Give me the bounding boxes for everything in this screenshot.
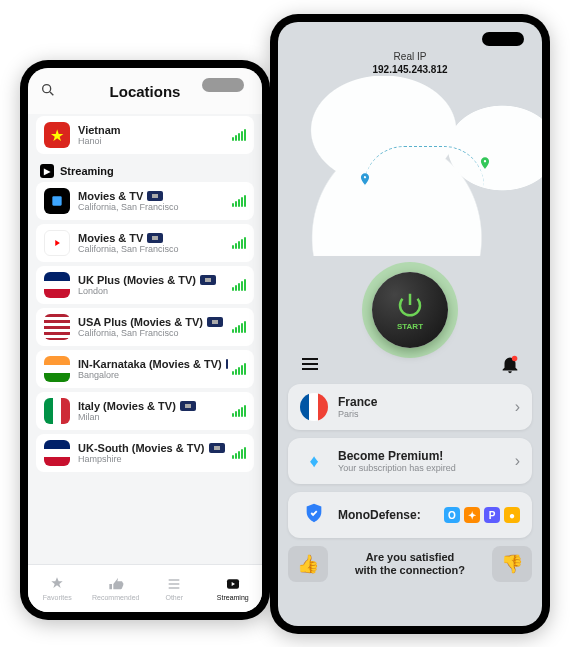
thumbs-up-button[interactable]: 👍 (288, 546, 328, 582)
connection-arc (364, 146, 484, 186)
location-name: UK Plus (Movies & TV) (78, 274, 228, 286)
chevron-right-icon: › (515, 398, 520, 416)
tab-favorites[interactable]: Favorites (28, 565, 87, 612)
connect-button[interactable]: START (372, 272, 448, 348)
search-icon[interactable] (40, 82, 56, 98)
connect-label: START (397, 322, 423, 331)
location-sub: Hampshire (78, 454, 228, 464)
svg-rect-4 (169, 579, 180, 580)
flag-france-icon (300, 393, 328, 421)
notifications-button[interactable] (496, 350, 524, 378)
app-icon (44, 188, 70, 214)
section-streaming: ▶ Streaming (36, 158, 254, 182)
signal-icon (232, 129, 246, 141)
monodefense-card[interactable]: MonoDefense: O ✦ P ● (288, 492, 532, 538)
menu-button[interactable] (296, 350, 324, 378)
defense-app-icon: P (484, 507, 500, 523)
phone-connect: Real IP 192.145.243.812 START (270, 14, 550, 634)
signal-icon (232, 405, 246, 417)
flag-icon: ★ (44, 122, 70, 148)
phone-locations: Locations ★ Vietnam Hanoi ▶ Streaming M (20, 60, 270, 620)
defense-title: MonoDefense: (338, 508, 444, 522)
location-name: IN-Karnataka (Movies & TV) (78, 358, 228, 370)
premium-card[interactable]: ♦ Become Premium! Your subscription has … (288, 438, 532, 484)
location-row[interactable]: ★ Vietnam Hanoi (36, 116, 254, 154)
locations-list: ★ Vietnam Hanoi ▶ Streaming Movies & TV … (28, 114, 262, 472)
location-name: Vietnam (78, 124, 228, 136)
svg-point-12 (512, 356, 517, 362)
location-name: Movies & TV (78, 232, 228, 244)
ip-block: Real IP 192.145.243.812 (278, 22, 542, 76)
flag-icon (44, 314, 70, 340)
flag-icon (44, 398, 70, 424)
svg-rect-6 (169, 587, 180, 588)
power-icon (395, 290, 425, 320)
flag-icon (44, 272, 70, 298)
map (278, 76, 542, 256)
signal-icon (232, 237, 246, 249)
feedback-row: 👍 Are you satisfied with the connection?… (288, 546, 532, 582)
defense-app-icon: O (444, 507, 460, 523)
shield-icon (303, 502, 325, 529)
bottom-tab-bar: Favorites Recommended Other Streaming (28, 564, 262, 612)
signal-icon (232, 321, 246, 333)
app-icon (44, 230, 70, 256)
location-name: Italy (Movies & TV) (78, 400, 228, 412)
chevron-right-icon: › (515, 452, 520, 470)
location-row[interactable]: USA Plus (Movies & TV) California, San F… (36, 308, 254, 346)
tab-streaming[interactable]: Streaming (204, 565, 263, 612)
current-location-card[interactable]: France Paris › (288, 384, 532, 430)
location-row[interactable]: Movies & TV California, San Francisco (36, 182, 254, 220)
signal-icon (232, 279, 246, 291)
location-row[interactable]: Italy (Movies & TV) Milan (36, 392, 254, 430)
location-row[interactable]: IN-Karnataka (Movies & TV) Bangalore (36, 350, 254, 388)
country-city: Paris (338, 409, 515, 419)
diamond-icon: ♦ (309, 451, 318, 472)
locations-title: Locations (110, 83, 181, 100)
location-sub: London (78, 286, 228, 296)
locations-header: Locations (28, 68, 262, 114)
signal-icon (232, 195, 246, 207)
svg-rect-5 (169, 583, 180, 584)
location-row[interactable]: Movies & TV California, San Francisco (36, 224, 254, 262)
location-name: USA Plus (Movies & TV) (78, 316, 228, 328)
country-name: France (338, 395, 515, 409)
location-sub: Bangalore (78, 370, 228, 380)
svg-point-0 (43, 85, 51, 93)
location-row[interactable]: UK-South (Movies & TV) Hampshire (36, 434, 254, 472)
location-sub: Milan (78, 412, 228, 422)
defense-app-icon: ✦ (464, 507, 480, 523)
feedback-text: Are you satisfied with the connection? (336, 551, 484, 577)
flag-icon (44, 440, 70, 466)
ip-label: Real IP (278, 50, 542, 63)
location-name: UK-South (Movies & TV) (78, 442, 228, 454)
premium-title: Become Premium! (338, 449, 515, 463)
signal-icon (232, 447, 246, 459)
location-sub: Hanoi (78, 136, 228, 146)
tab-other[interactable]: Other (145, 565, 204, 612)
thumbs-down-button[interactable]: 👎 (492, 546, 532, 582)
location-row[interactable]: UK Plus (Movies & TV) London (36, 266, 254, 304)
defense-app-icons: O ✦ P ● (444, 507, 520, 523)
ip-value: 192.145.243.812 (278, 63, 542, 76)
tab-recommended[interactable]: Recommended (87, 565, 146, 612)
svg-rect-2 (52, 196, 61, 205)
svg-line-1 (50, 92, 53, 95)
streaming-section-icon: ▶ (40, 164, 54, 178)
defense-app-icon: ● (504, 507, 520, 523)
flag-icon (44, 356, 70, 382)
premium-sub: Your subscription has expired (338, 463, 515, 473)
location-name: Movies & TV (78, 190, 228, 202)
svg-marker-3 (55, 240, 60, 246)
signal-icon (232, 363, 246, 375)
location-sub: California, San Francisco (78, 328, 228, 338)
pin-origin-icon (358, 172, 372, 186)
pin-destination-icon (478, 156, 492, 170)
location-sub: California, San Francisco (78, 202, 228, 212)
location-sub: California, San Francisco (78, 244, 228, 254)
